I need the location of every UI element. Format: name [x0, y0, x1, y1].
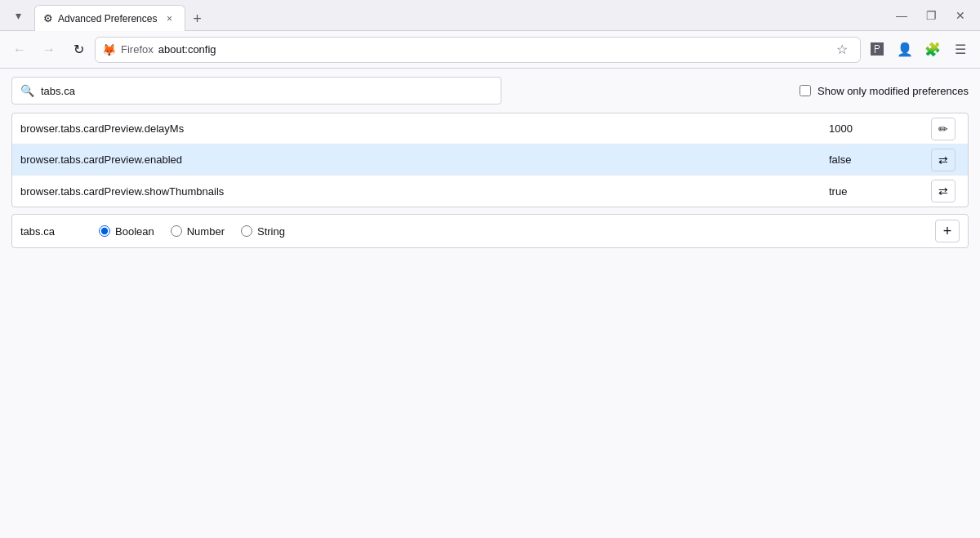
pref-action-cell: ✏ [927, 118, 960, 140]
add-preference-button[interactable]: + [935, 220, 960, 242]
reload-icon: ↻ [74, 42, 84, 57]
minimize-icon: — [896, 9, 907, 22]
extensions-button[interactable]: 🧩 [920, 37, 946, 63]
toggle-button[interactable]: ⇄ [931, 180, 956, 202]
plus-icon: + [943, 223, 952, 240]
tab-icon: ⚙ [43, 12, 53, 24]
edit-button[interactable]: ✏ [931, 118, 956, 140]
maximize-button[interactable]: ❐ [918, 4, 944, 27]
pocket-button[interactable]: 🅿 [864, 37, 890, 63]
forward-button[interactable]: → [36, 37, 62, 63]
toggle-icon: ⇄ [938, 153, 948, 167]
search-input-wrapper[interactable]: 🔍 [11, 77, 501, 104]
reload-button[interactable]: ↻ [65, 37, 91, 63]
pref-name: browser.tabs.cardPreview.enabled [20, 153, 829, 166]
pref-action-cell: ⇄ [927, 180, 960, 202]
toggle-icon: ⇄ [938, 185, 948, 198]
number-radio[interactable] [171, 225, 182, 237]
search-input[interactable] [41, 85, 492, 97]
title-bar: ▾ ⚙ Advanced Preferences × + — ❐ ✕ [0, 0, 980, 31]
bookmark-star-button[interactable]: ☆ [831, 38, 853, 61]
forward-icon: → [42, 42, 56, 57]
address-bar[interactable]: 🦊 Firefox about:config ☆ [95, 37, 861, 63]
window-controls: — ❐ ✕ [889, 4, 973, 27]
boolean-radio[interactable] [99, 225, 110, 237]
pref-value: true [829, 185, 927, 198]
table-row: browser.tabs.cardPreview.enabled false ⇄ [12, 145, 968, 176]
modified-label[interactable]: Show only modified preferences [817, 85, 969, 97]
back-button[interactable]: ← [7, 37, 33, 63]
boolean-radio-option[interactable]: Boolean [99, 225, 154, 238]
active-tab[interactable]: ⚙ Advanced Preferences × [34, 5, 185, 31]
back-icon: ← [13, 42, 26, 57]
profile-icon: 👤 [897, 42, 913, 57]
toggle-button[interactable]: ⇄ [931, 149, 956, 171]
firefox-logo-icon: 🦊 [102, 43, 116, 56]
pref-name: browser.tabs.cardPreview.showThumbnails [20, 185, 829, 198]
string-radio-option[interactable]: String [241, 225, 285, 238]
type-radio-group: Boolean Number String [99, 225, 285, 238]
pref-value: false [829, 153, 927, 166]
preferences-table: browser.tabs.cardPreview.delayMs 1000 ✏ … [11, 113, 969, 207]
number-radio-option[interactable]: Number [171, 225, 225, 238]
minimize-button[interactable]: — [889, 4, 915, 27]
search-icon: 🔍 [20, 84, 34, 97]
close-icon: ✕ [956, 9, 965, 22]
pencil-icon: ✏ [938, 122, 948, 136]
menu-button[interactable]: ☰ [947, 37, 973, 63]
boolean-label: Boolean [115, 225, 154, 238]
table-row: browser.tabs.cardPreview.delayMs 1000 ✏ [12, 113, 968, 145]
extensions-icon: 🧩 [924, 42, 941, 57]
page-content: 🔍 Show only modified preferences browser… [0, 69, 980, 256]
pocket-icon: 🅿 [871, 42, 884, 57]
tab-bar: ⚙ Advanced Preferences × + [34, 0, 884, 30]
string-label: String [257, 225, 285, 238]
hamburger-icon: ☰ [955, 42, 966, 57]
maximize-icon: ❐ [926, 9, 937, 22]
tab-close-button[interactable]: × [162, 11, 176, 26]
url-text: about:config [158, 43, 216, 56]
add-preference-row: tabs.ca Boolean Number String + [11, 214, 969, 248]
profile-button[interactable]: 👤 [892, 37, 918, 63]
pref-value: 1000 [829, 122, 927, 135]
modified-checkbox[interactable] [800, 85, 811, 96]
table-row: browser.tabs.cardPreview.showThumbnails … [12, 176, 968, 207]
search-bar-row: 🔍 Show only modified preferences [11, 77, 969, 104]
number-label: Number [187, 225, 225, 238]
string-radio[interactable] [241, 225, 252, 237]
modified-filter-area[interactable]: Show only modified preferences [800, 85, 969, 97]
close-button[interactable]: ✕ [947, 4, 973, 27]
tab-list-button[interactable]: ▾ [7, 4, 29, 27]
add-pref-name: tabs.ca [20, 225, 86, 238]
pref-action-cell: ⇄ [927, 149, 960, 171]
star-icon: ☆ [836, 42, 848, 57]
navigation-toolbar: ← → ↻ 🦊 Firefox about:config ☆ 🅿 👤 🧩 ☰ [0, 31, 980, 69]
pref-name: browser.tabs.cardPreview.delayMs [20, 122, 829, 135]
tab-title: Advanced Preferences [58, 13, 157, 24]
toolbar-right-icons: 🅿 👤 🧩 ☰ [864, 37, 973, 63]
site-name: Firefox [121, 43, 154, 56]
new-tab-button[interactable]: + [185, 7, 208, 30]
